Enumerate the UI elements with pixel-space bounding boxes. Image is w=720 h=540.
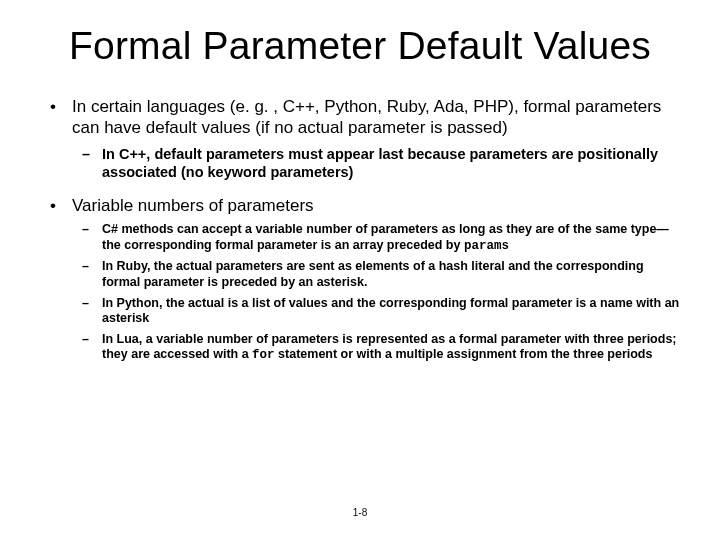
slide-title: Formal Parameter Default Values	[40, 24, 680, 68]
code-params: params	[464, 239, 509, 253]
page-number: 1-8	[0, 507, 720, 518]
subbullet-text: In Ruby, the actual parameters are sent …	[102, 259, 644, 289]
slide: Formal Parameter Default Values In certa…	[0, 0, 720, 540]
subbullet-lua: In Lua, a variable number of parameters …	[72, 332, 680, 364]
bullet-variable-params: Variable numbers of parameters C# method…	[40, 195, 680, 364]
subbullet-csharp: C# methods can accept a variable number …	[72, 222, 680, 254]
subbullet-text: In C++, default parameters must appear l…	[102, 146, 658, 180]
bullet-text: Variable numbers of parameters	[72, 196, 314, 215]
sublist-default-values: In C++, default parameters must appear l…	[72, 145, 680, 181]
subbullet-text-part: statement or with a multiple assignment …	[275, 347, 653, 361]
subbullet-text-part: C# methods can accept a variable number …	[102, 222, 669, 252]
subbullet-python: In Python, the actual is a list of value…	[72, 296, 680, 327]
code-for: for	[252, 348, 275, 362]
bullet-list: In certain languages (e. g. , C++, Pytho…	[40, 96, 680, 364]
subbullet-ruby: In Ruby, the actual parameters are sent …	[72, 259, 680, 290]
subbullet-cpp-last: In C++, default parameters must appear l…	[72, 145, 680, 181]
bullet-text: In certain languages (e. g. , C++, Pytho…	[72, 97, 661, 137]
bullet-default-values: In certain languages (e. g. , C++, Pytho…	[40, 96, 680, 181]
sublist-variable-params: C# methods can accept a variable number …	[72, 222, 680, 364]
subbullet-text: In Python, the actual is a list of value…	[102, 296, 679, 326]
